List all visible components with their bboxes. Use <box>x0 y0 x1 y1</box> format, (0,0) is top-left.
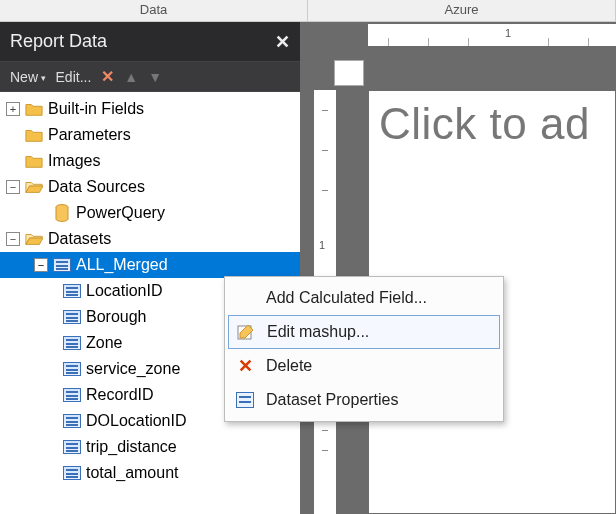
ctx-add-calculated-field[interactable]: Add Calculated Field... <box>228 281 500 315</box>
folder-open-icon <box>24 230 44 248</box>
ctx-label: Add Calculated Field... <box>266 289 427 307</box>
field-icon <box>62 308 82 326</box>
report-data-panel: Report Data ✕ New Edit... ✕ ▲ ▼ + Built-… <box>0 22 300 514</box>
folder-icon <box>24 100 44 118</box>
blank-icon <box>234 287 256 309</box>
panel-title: Report Data <box>10 31 107 52</box>
field-icon <box>62 386 82 404</box>
menu-data[interactable]: Data <box>0 0 308 21</box>
tree-label: Datasets <box>48 230 111 248</box>
field-icon <box>62 438 82 456</box>
collapse-icon[interactable]: − <box>34 258 48 272</box>
close-icon[interactable]: ✕ <box>275 31 290 53</box>
tree-all-merged[interactable]: − ALL_Merged <box>0 252 300 278</box>
tree-images[interactable]: Images <box>0 148 300 174</box>
ctx-dataset-properties[interactable]: Dataset Properties <box>228 383 500 417</box>
tree-powerquery[interactable]: PowerQuery <box>0 200 300 226</box>
tree-builtin-fields[interactable]: + Built-in Fields <box>0 96 300 122</box>
panel-toolbar: New Edit... ✕ ▲ ▼ <box>0 62 300 92</box>
tree-label: trip_distance <box>86 438 177 456</box>
edit-icon <box>235 321 257 343</box>
delete-icon: ✕ <box>234 355 256 377</box>
ruler-corner <box>334 60 364 86</box>
ctx-delete[interactable]: ✕ Delete <box>228 349 500 383</box>
tree-label: Zone <box>86 334 122 352</box>
field-icon <box>62 464 82 482</box>
tree-label: Data Sources <box>48 178 145 196</box>
properties-icon <box>234 389 256 411</box>
design-surface: 1 1 Click to ad <box>300 22 616 514</box>
tree-label: Borough <box>86 308 147 326</box>
move-up-icon[interactable]: ▲ <box>124 69 138 85</box>
field-icon <box>62 412 82 430</box>
folder-icon <box>24 152 44 170</box>
tree-field[interactable]: total_amount <box>0 460 300 486</box>
field-icon <box>62 282 82 300</box>
expand-icon[interactable]: + <box>6 102 20 116</box>
tree-label: PowerQuery <box>76 204 165 222</box>
menu-azure[interactable]: Azure <box>308 0 616 21</box>
ctx-label: Dataset Properties <box>266 391 399 409</box>
folder-icon <box>24 126 44 144</box>
new-button[interactable]: New <box>10 69 46 85</box>
delete-icon[interactable]: ✕ <box>101 67 114 86</box>
edit-button[interactable]: Edit... <box>56 69 92 85</box>
tree-datasets[interactable]: − Datasets <box>0 226 300 252</box>
tree-field[interactable]: trip_distance <box>0 434 300 460</box>
ctx-label: Delete <box>266 357 312 375</box>
tree-label: DOLocationID <box>86 412 187 430</box>
tree-datasources[interactable]: − Data Sources <box>0 174 300 200</box>
tree-label: Parameters <box>48 126 131 144</box>
tree-label: service_zone <box>86 360 180 378</box>
database-icon <box>52 204 72 222</box>
collapse-icon[interactable]: − <box>6 180 20 194</box>
tree-label: Built-in Fields <box>48 100 144 118</box>
collapse-icon[interactable]: − <box>6 232 20 246</box>
tree-label: LocationID <box>86 282 163 300</box>
context-menu: Add Calculated Field... Edit mashup... ✕… <box>224 276 504 422</box>
move-down-icon[interactable]: ▼ <box>148 69 162 85</box>
menubar: Data Azure <box>0 0 616 22</box>
ctx-edit-mashup[interactable]: Edit mashup... <box>228 315 500 349</box>
field-icon <box>62 360 82 378</box>
tree-label: RecordID <box>86 386 154 404</box>
tree-label: total_amount <box>86 464 179 482</box>
ctx-label: Edit mashup... <box>267 323 369 341</box>
tree-parameters[interactable]: Parameters <box>0 122 300 148</box>
dataset-icon <box>52 256 72 274</box>
ruler-horizontal: 1 <box>368 24 616 46</box>
title-placeholder[interactable]: Click to ad <box>379 99 590 149</box>
field-icon <box>62 334 82 352</box>
tree-label: ALL_Merged <box>76 256 168 274</box>
folder-open-icon <box>24 178 44 196</box>
ruler-number: 1 <box>505 27 511 39</box>
tree-label: Images <box>48 152 100 170</box>
